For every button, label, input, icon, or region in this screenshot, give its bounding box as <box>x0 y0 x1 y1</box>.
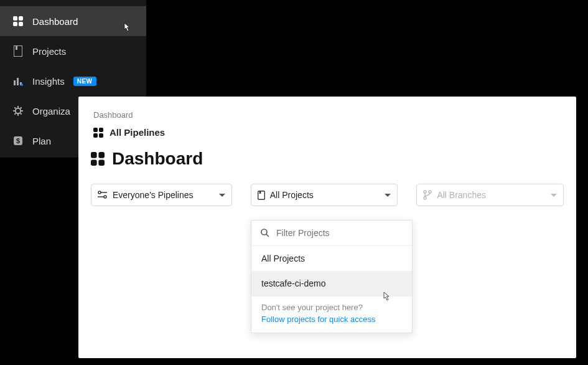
svg-line-39 <box>266 234 269 237</box>
svg-point-36 <box>429 191 431 193</box>
svg-rect-3 <box>19 22 23 26</box>
branch-icon <box>423 190 432 200</box>
svg-point-38 <box>261 229 267 235</box>
page-title: Dashboard <box>112 149 203 169</box>
projects-dropdown[interactable]: All Projects <box>251 184 398 206</box>
svg-rect-27 <box>91 159 97 166</box>
dollar-icon: $ <box>12 135 24 146</box>
svg-rect-26 <box>98 152 105 158</box>
svg-rect-25 <box>91 152 97 158</box>
follow-projects-link[interactable]: Follow projects for quick access <box>261 315 402 324</box>
sidebar-item-label: Plan <box>32 136 51 146</box>
svg-rect-23 <box>93 133 98 138</box>
svg-rect-21 <box>93 128 98 132</box>
svg-point-31 <box>104 196 106 198</box>
svg-point-37 <box>424 197 426 199</box>
svg-line-18 <box>21 107 22 108</box>
subheading-text: All Pipelines <box>110 127 165 138</box>
insights-icon <box>12 75 24 87</box>
projects-menu-footer: Don't see your project here? Follow proj… <box>251 296 412 333</box>
branches-dropdown-label: All Branches <box>437 190 486 200</box>
svg-text:$: $ <box>16 137 20 145</box>
projects-menu-footer-text: Don't see your project here? <box>261 303 363 312</box>
svg-point-35 <box>424 191 426 193</box>
pipelines-dropdown-label: Everyone's Pipelines <box>113 190 194 200</box>
new-badge: NEW <box>73 77 96 86</box>
sidebar-item-label: Dashboard <box>32 16 78 27</box>
subheading-row: All Pipelines <box>78 120 576 138</box>
svg-point-10 <box>16 108 21 113</box>
sidebar-item-label: Insights <box>32 76 65 87</box>
chevron-down-icon <box>385 194 391 197</box>
sidebar-item-dashboard[interactable]: Dashboard <box>0 6 146 36</box>
search-icon <box>260 228 270 238</box>
svg-rect-7 <box>17 78 19 85</box>
svg-rect-4 <box>14 45 22 57</box>
svg-rect-6 <box>14 80 16 85</box>
svg-rect-0 <box>13 16 17 21</box>
pipelines-dropdown[interactable]: Everyone's Pipelines <box>91 184 232 206</box>
page-title-row: Dashboard <box>78 138 576 169</box>
sidebar-item-label: Projects <box>32 46 66 57</box>
svg-rect-33 <box>258 191 264 199</box>
svg-point-29 <box>98 191 101 194</box>
projects-dropdown-label: All Projects <box>270 190 314 200</box>
svg-line-15 <box>14 107 16 108</box>
breadcrumb: Dashboard <box>78 97 576 120</box>
sidebar-item-insights[interactable]: Insights NEW <box>0 66 146 96</box>
filter-row: Everyone's Pipelines All Projects All Br… <box>78 169 576 206</box>
svg-rect-5 <box>16 45 17 50</box>
gear-icon <box>12 105 24 116</box>
projects-icon <box>258 191 265 200</box>
dashboard-icon <box>91 152 105 166</box>
svg-rect-34 <box>259 191 261 194</box>
projects-icon <box>12 45 24 57</box>
projects-menu-item-all[interactable]: All Projects <box>251 246 412 271</box>
sidebar-item-label: Organiza <box>32 106 70 116</box>
projects-menu-item-testcafe[interactable]: testcafe-ci-demo <box>251 271 412 296</box>
chevron-down-icon <box>219 194 225 197</box>
svg-rect-2 <box>13 22 17 26</box>
svg-point-9 <box>21 83 23 86</box>
svg-rect-28 <box>98 159 105 166</box>
projects-dropdown-menu: All Projects testcafe-ci-demo Don't see … <box>251 220 413 333</box>
svg-rect-22 <box>99 128 103 132</box>
projects-filter-input[interactable] <box>276 228 403 238</box>
dashboard-icon <box>93 128 103 138</box>
pipelines-icon <box>98 191 108 199</box>
svg-rect-1 <box>19 16 23 21</box>
chevron-down-icon <box>551 194 557 197</box>
projects-filter-search <box>251 220 412 246</box>
svg-line-16 <box>21 113 22 115</box>
branches-dropdown[interactable]: All Branches <box>416 184 564 206</box>
svg-rect-24 <box>99 133 103 138</box>
svg-line-17 <box>14 113 16 115</box>
sidebar-item-projects[interactable]: Projects <box>0 36 146 66</box>
dashboard-icon <box>12 16 24 27</box>
